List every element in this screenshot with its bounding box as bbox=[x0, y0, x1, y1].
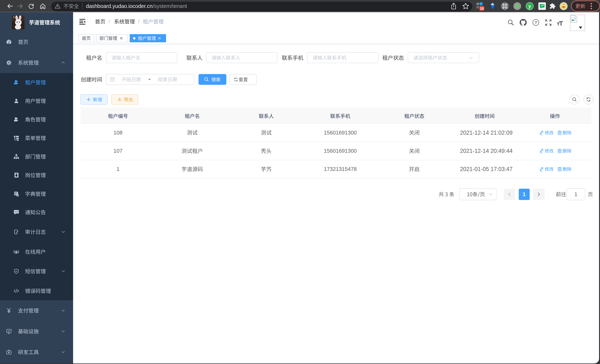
svg-text:y: y bbox=[528, 3, 531, 9]
svg-text:10: 10 bbox=[480, 7, 484, 10]
svg-text:?: ? bbox=[534, 20, 537, 25]
